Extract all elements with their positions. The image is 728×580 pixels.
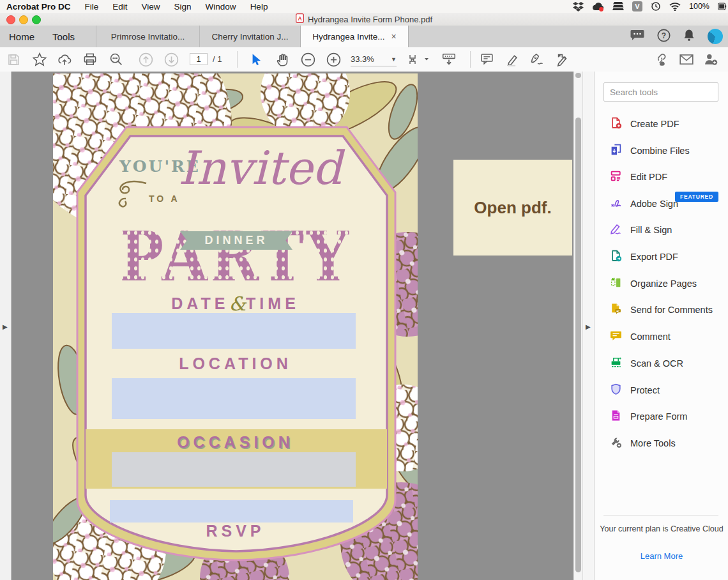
occasion-label: OCCASION	[53, 433, 418, 452]
scrollbar-thumb[interactable]	[575, 118, 581, 572]
help-icon[interactable]: ?	[657, 29, 671, 45]
menu-window[interactable]: Window	[206, 2, 236, 11]
tool-item-combine-files[interactable]: Combine Files	[610, 142, 722, 160]
tool-item-prepare-form[interactable]: Prepare Form	[610, 408, 722, 425]
more-tools-wrench-icon	[610, 436, 622, 451]
open-pdf-note-text: Open pdf.	[474, 198, 551, 218]
share-cloud-icon[interactable]	[57, 52, 72, 67]
sign-pen-icon[interactable]	[529, 52, 545, 67]
search-icon[interactable]	[109, 52, 124, 67]
time-machine-icon[interactable]	[651, 1, 661, 11]
add-people-icon[interactable]	[703, 52, 718, 67]
vertical-scrollbar[interactable]	[573, 72, 583, 580]
tool-item-comment[interactable]: Comment	[610, 328, 722, 346]
page-number-input[interactable]	[190, 53, 208, 65]
highlight-tool-icon[interactable]	[504, 52, 520, 67]
previous-page-icon[interactable]	[138, 52, 153, 67]
zoom-level-value: 33.3%	[351, 54, 374, 64]
svg-text:A: A	[298, 15, 301, 22]
tool-item-export-pdf[interactable]: Export PDF	[610, 248, 722, 266]
tab-home[interactable]: Home	[9, 26, 34, 47]
menu-help[interactable]: Help	[250, 2, 268, 11]
tool-item-protect[interactable]: Protect	[610, 381, 722, 399]
ampersand-glyph: &	[229, 293, 246, 315]
svg-text:V: V	[635, 3, 640, 10]
tab-cherry-invitation[interactable]: Cherry Invitation J...	[199, 26, 300, 47]
open-pdf-note: Open pdf.	[453, 160, 572, 256]
chevron-down-icon: ▼	[391, 56, 397, 63]
notifications-bell-icon[interactable]	[683, 29, 695, 44]
sidebar-divider	[603, 515, 718, 515]
document-canvas[interactable]: YOU'RE Invited TO A PARTY DINNER DATE&TI…	[11, 72, 573, 580]
comment-tool-icon[interactable]	[479, 52, 494, 67]
wifi-icon[interactable]	[669, 3, 681, 11]
tool-item-more-tools[interactable]: More Tools	[610, 434, 722, 452]
scan-ocr-icon	[610, 356, 622, 371]
edit-document-icon[interactable]	[555, 52, 570, 67]
tool-item-edit-pdf[interactable]: Edit PDF	[610, 168, 722, 186]
flourish-ornament-icon	[114, 176, 148, 214]
scrolling-mode-icon[interactable]	[441, 52, 457, 67]
pdf-file-icon: A	[296, 13, 304, 25]
star-favorites-icon[interactable]	[32, 52, 47, 67]
invite-invited-text: Invited	[178, 141, 351, 195]
create-pdf-icon	[610, 117, 622, 132]
print-icon[interactable]	[82, 52, 98, 67]
dropbox-icon[interactable]	[573, 2, 584, 11]
tools-pane-toggle[interactable]: ▶	[586, 323, 591, 330]
window-title: Hydrangea Invite Form Phone.pdf	[308, 15, 432, 24]
location-field[interactable]	[112, 378, 356, 419]
tab-hydrangea-invite[interactable]: Hydrangea Invite... ×	[300, 26, 409, 47]
select-tool-icon[interactable]	[248, 52, 263, 67]
combine-files-icon	[610, 144, 622, 158]
quick-toolbar: / 1 33.3% ▼	[0, 47, 728, 72]
tool-item-scan-ocr[interactable]: Scan & OCR	[610, 355, 722, 372]
tool-item-create-pdf[interactable]: Create PDF	[610, 115, 722, 133]
date-time-field[interactable]	[112, 313, 356, 349]
creative-cloud-icon[interactable]	[592, 2, 604, 11]
export-pdf-icon	[610, 250, 622, 264]
save-icon[interactable]	[6, 52, 21, 67]
acrobat-window: Acrobat Pro DC File Edit View Sign Windo…	[0, 0, 728, 580]
search-tools-input[interactable]	[603, 82, 718, 102]
page-fit-dropdown-icon[interactable]	[407, 52, 430, 67]
hand-tool-icon[interactable]	[275, 52, 290, 67]
menu-view[interactable]: View	[142, 2, 160, 11]
adobe-sign-icon	[610, 197, 622, 211]
page-count-label: / 1	[213, 54, 222, 64]
tool-item-fill-sign[interactable]: Fill & Sign	[610, 221, 722, 239]
svg-text:?: ?	[662, 31, 666, 40]
zoom-in-icon[interactable]	[326, 52, 341, 67]
tab-close-icon[interactable]: ×	[391, 31, 397, 42]
edit-pdf-icon	[610, 170, 622, 185]
scrollbar-top-fragment[interactable]	[575, 73, 581, 78]
zoom-level-dropdown[interactable]: 33.3% ▼	[351, 52, 397, 66]
featured-badge: FEATURED	[675, 192, 718, 202]
zoom-out-icon[interactable]	[300, 52, 315, 67]
email-icon[interactable]	[679, 52, 694, 67]
pdf-page: YOU'RE Invited TO A PARTY DINNER DATE&TI…	[53, 73, 418, 580]
v-app-icon[interactable]: V	[632, 1, 642, 11]
battery-label: 100%	[689, 2, 709, 11]
protect-shield-icon	[610, 383, 622, 398]
menu-edit[interactable]: Edit	[112, 2, 127, 11]
tab-primrose-invitation[interactable]: Primrose Invitatio...	[96, 26, 199, 47]
feedback-chat-icon[interactable]	[630, 29, 644, 44]
location-label: LOCATION	[53, 355, 418, 373]
rsvp-field[interactable]	[110, 500, 353, 523]
tab-tools[interactable]: Tools	[52, 26, 75, 47]
next-page-icon[interactable]	[163, 52, 179, 67]
learn-more-link[interactable]: Learn More	[595, 551, 728, 561]
menu-app-name[interactable]: Acrobat Pro DC	[6, 2, 71, 11]
tool-item-organize-pages[interactable]: Organize Pages	[610, 275, 722, 293]
shared-link-icon[interactable]	[653, 52, 668, 67]
occasion-field[interactable]	[112, 452, 356, 487]
navigation-pane-toggle[interactable]: ▶	[3, 323, 8, 330]
menu-sign[interactable]: Sign	[174, 2, 192, 11]
plan-status-text: Your current plan is Creative Cloud	[595, 524, 728, 533]
tool-item-send-for-comments[interactable]: Send for Comments	[610, 301, 722, 319]
date-time-label: DATE&TIME	[53, 291, 418, 314]
menu-file[interactable]: File	[85, 2, 99, 11]
stack-icon[interactable]	[612, 2, 624, 11]
user-avatar[interactable]	[708, 29, 723, 44]
